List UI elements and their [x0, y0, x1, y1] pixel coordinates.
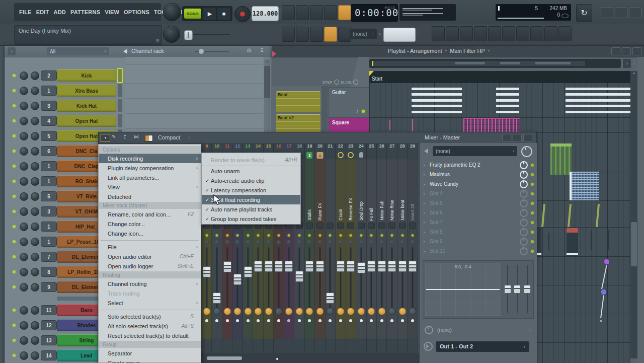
playlist-track-square[interactable]: Square — [329, 117, 369, 132]
channel-mixer-track-number[interactable]: 8 — [41, 267, 57, 277]
arm-disk-recording-knob[interactable] — [255, 308, 262, 315]
channel-selector[interactable] — [118, 84, 122, 97]
tuner-icon[interactable] — [530, 26, 543, 41]
stereo-separation-dot[interactable] — [267, 319, 270, 322]
arm-disk-recording-knob[interactable] — [316, 308, 324, 315]
context-menu-item[interactable]: Alt solo selected track(s) Alt+S — [99, 321, 201, 331]
channel-mixer-track-number[interactable]: 1 — [41, 222, 57, 232]
slot-enable-led[interactable] — [531, 211, 534, 214]
arm-disk-recording-knob[interactable] — [275, 308, 283, 315]
project-info-icon[interactable] — [502, 26, 515, 41]
Fx Fall[interactable]: 25 Fx Fall ▵ — [367, 143, 377, 353]
slot-enable-led[interactable] — [531, 173, 534, 176]
mixer-pan-knob[interactable] — [246, 240, 250, 245]
play-button[interactable]: ▶ — [203, 8, 216, 20]
mixer-mute-led[interactable] — [226, 234, 228, 237]
channel-mixer-track-number[interactable]: 1 — [41, 86, 57, 96]
channel-pan-knob[interactable] — [20, 253, 28, 261]
playlist-clip[interactable] — [463, 118, 520, 133]
channel-volume-knob[interactable] — [31, 336, 39, 345]
channel-mixer-track-number[interactable]: 9 — [41, 282, 57, 292]
slot-mix-knob[interactable] — [520, 238, 528, 246]
arm-disk-recording-knob[interactable] — [409, 308, 417, 315]
output-select[interactable]: Out 1 - Out 2› — [436, 341, 529, 352]
mixer-track-number[interactable]: 13 — [243, 143, 253, 149]
mixer-track-number[interactable]: 28 — [397, 143, 407, 149]
mixer-mute-led[interactable] — [298, 234, 300, 237]
channel-volume-knob[interactable] — [31, 117, 39, 125]
fader-handle[interactable] — [337, 261, 345, 272]
channel-mixer-track-number[interactable]: 2 — [41, 70, 57, 81]
mixer-pan-knob[interactable] — [256, 240, 261, 245]
mixer-layout-select[interactable]: Compact — [158, 134, 180, 140]
stereo-separation-dot[interactable] — [349, 319, 352, 322]
minimize-button[interactable] — [611, 47, 620, 55]
arm-disk-recording-knob[interactable] — [244, 308, 252, 315]
metronome-icon[interactable] — [282, 5, 295, 20]
keyboard-editor-icon[interactable]: ⠿ — [260, 48, 264, 53]
eq-curve[interactable] — [426, 289, 500, 290]
channel-volume-knob[interactable] — [31, 102, 39, 110]
channel-enable-led[interactable] — [13, 225, 16, 228]
stereo-separation-dot[interactable] — [411, 319, 414, 322]
link-selector[interactable]: (none)› — [350, 29, 377, 39]
channel-enable-led[interactable] — [13, 180, 16, 183]
pattern-item[interactable]: Beat #2 — [276, 114, 320, 132]
wait-for-input-icon[interactable] — [296, 5, 309, 20]
channel-volume-knob[interactable] — [31, 162, 39, 171]
panel-knob[interactable] — [521, 146, 532, 157]
channel-enable-led[interactable] — [13, 165, 16, 168]
playlist-timeline-ruler[interactable] — [369, 71, 630, 83]
playhead-flag[interactable] — [369, 71, 374, 76]
playlist-clip[interactable] — [568, 204, 572, 227]
zoom-plus[interactable]: + — [633, 61, 635, 65]
channel-pan-knob[interactable] — [20, 223, 28, 231]
minimize-button[interactable] — [601, 8, 613, 18]
channel-mixer-track-number[interactable]: 11 — [41, 305, 57, 315]
channel-volume-knob[interactable] — [31, 351, 39, 360]
playlist-clip[interactable] — [567, 228, 578, 256]
countdown-icon[interactable] — [310, 5, 323, 20]
mixer-mute-led[interactable] — [318, 234, 321, 237]
channel-enable-led[interactable] — [13, 309, 16, 312]
channel-volume-knob[interactable] — [31, 223, 39, 231]
mixer-track-number[interactable]: 17 — [284, 143, 294, 149]
close-button[interactable] — [629, 8, 641, 18]
mixer-track-number[interactable]: 23 — [346, 143, 356, 149]
fader-handle[interactable] — [295, 271, 303, 282]
hint-value-box[interactable] — [383, 28, 416, 42]
channel-selector[interactable] — [118, 69, 122, 82]
slot-arrow-icon[interactable]: ▸ — [423, 221, 430, 225]
context-menu-item[interactable]: Plugin delay compensation › — [99, 163, 201, 173]
send-knob[interactable] — [425, 326, 433, 334]
Noise Rise[interactable]: 27 Noise Rise ▵ — [387, 143, 397, 353]
mixer-mute-led[interactable] — [216, 234, 218, 237]
fader-handle[interactable] — [254, 261, 262, 272]
channel-volume-knob[interactable] — [31, 207, 39, 216]
eq-band-1[interactable] — [504, 263, 511, 316]
mixer-pan-knob[interactable] — [225, 240, 229, 245]
context-menu-item[interactable]: Group — [99, 341, 201, 348]
stereo-separation-dot[interactable] — [329, 319, 332, 322]
context-menu-item[interactable]: Change color... — [99, 219, 201, 229]
context-menu-item[interactable]: Track routing — [99, 288, 201, 298]
slot-arrow-icon[interactable]: ▸ — [423, 163, 430, 167]
context-menu-item[interactable] — [99, 238, 201, 242]
midi-output-icon[interactable] — [296, 27, 309, 42]
channel-button[interactable]: Open Hat — [57, 115, 116, 127]
arm-disk-recording-knob[interactable] — [203, 308, 210, 315]
fader-handle[interactable] — [357, 262, 365, 273]
stereo-separation-dot[interactable] — [298, 319, 301, 322]
channel-enable-led[interactable] — [13, 324, 16, 327]
context-menu-item[interactable]: Open audio editor Ctrl+E — [99, 252, 201, 261]
fader-handle[interactable] — [378, 261, 386, 272]
fader-handle[interactable] — [326, 293, 334, 304]
mixer-mute-led[interactable] — [360, 234, 362, 237]
color-swatch-icon[interactable] — [145, 135, 153, 141]
Insert 29[interactable]: 29 Insert 29 ▵ — [408, 143, 418, 353]
dock-icon[interactable]: ↥ — [123, 134, 127, 139]
effect-slot[interactable]: ▸ Slot 10 — [423, 246, 534, 256]
channel-mixer-track-number[interactable]: 7 — [41, 252, 57, 262]
channel-enable-led[interactable] — [13, 240, 16, 243]
maximize-button[interactable] — [622, 47, 631, 55]
